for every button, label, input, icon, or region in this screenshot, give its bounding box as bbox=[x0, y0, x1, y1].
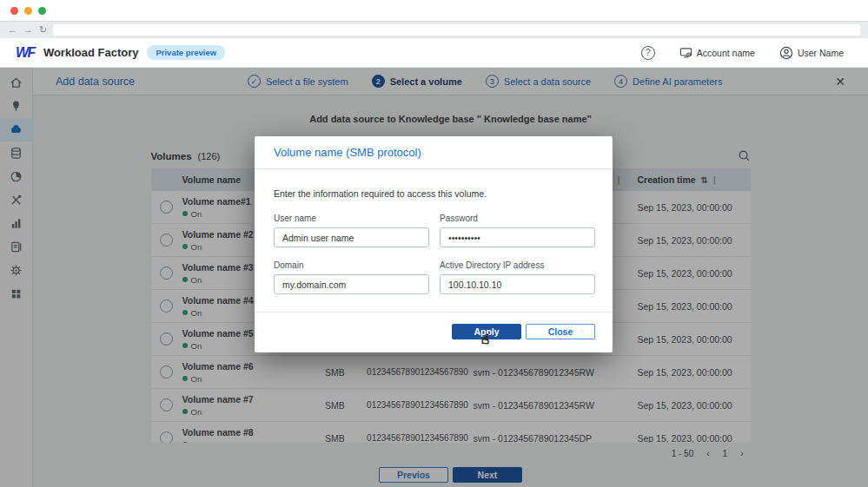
ad-ip-label: Active Directory IP address bbox=[440, 260, 595, 270]
user-menu[interactable]: User Name bbox=[779, 46, 844, 60]
user-name-field[interactable]: Admin user name bbox=[274, 227, 429, 247]
dialog-title: Volume name (SMB protocol) bbox=[274, 146, 421, 159]
account-menu[interactable]: Account name bbox=[679, 46, 755, 59]
private-preview-badge: Private preview bbox=[147, 45, 225, 60]
reload-icon[interactable]: ↻ bbox=[39, 25, 47, 35]
back-icon[interactable]: ← bbox=[8, 25, 17, 35]
forward-icon[interactable]: → bbox=[23, 25, 33, 35]
password-field[interactable]: •••••••••• bbox=[440, 227, 595, 247]
app-header: WF Workload Factory Private preview ? Ac… bbox=[0, 38, 868, 68]
close-button[interactable]: Close bbox=[526, 324, 595, 339]
app-title: Workload Factory bbox=[43, 46, 139, 59]
user-icon bbox=[779, 46, 793, 60]
domain-label: Domain bbox=[274, 260, 429, 270]
browser-tabstrip bbox=[0, 0, 868, 21]
window-minimize-button[interactable] bbox=[24, 7, 32, 15]
app-body: Add data source ✓ Select a file system 2… bbox=[0, 68, 868, 487]
address-bar[interactable] bbox=[53, 24, 860, 36]
user-name-label: User name bbox=[274, 214, 429, 223]
ad-ip-field[interactable]: 100.10.10.10 bbox=[440, 274, 595, 294]
account-icon bbox=[679, 46, 692, 59]
browser-chrome: ← → ↻ bbox=[0, 0, 868, 38]
window-zoom-button[interactable] bbox=[38, 7, 46, 15]
password-label: Password bbox=[440, 214, 595, 223]
browser-toolbar: ← → ↻ bbox=[0, 21, 868, 38]
domain-field[interactable]: my.domain.com bbox=[274, 274, 429, 294]
help-icon[interactable]: ? bbox=[641, 46, 655, 60]
user-name-label: User Name bbox=[798, 48, 844, 58]
account-name-label: Account name bbox=[697, 48, 755, 58]
dialog-description: Enter the information required to access… bbox=[274, 188, 595, 199]
pointer-cursor: ☝ bbox=[481, 332, 489, 347]
window-close-button[interactable] bbox=[10, 7, 18, 15]
volume-credentials-dialog: Volume name (SMB protocol) Enter the inf… bbox=[255, 136, 613, 352]
workload-factory-logo: WF bbox=[16, 45, 35, 61]
browser-tab[interactable] bbox=[54, 3, 139, 21]
